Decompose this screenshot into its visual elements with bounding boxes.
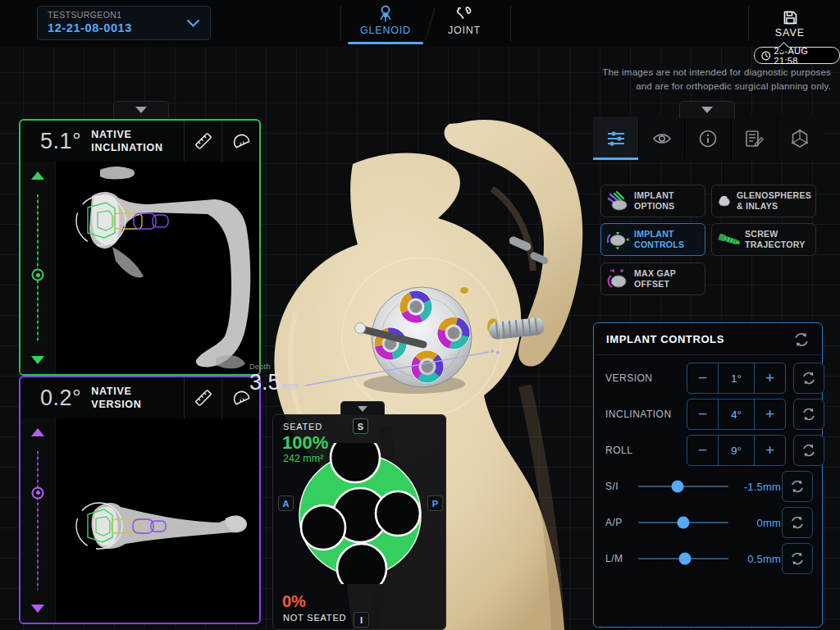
row-label: A/P — [605, 517, 638, 528]
roll-increase-button[interactable]: + — [755, 436, 785, 465]
collapse-left-panels-button[interactable] — [113, 101, 169, 118]
inclination-reset-button[interactable] — [793, 399, 824, 430]
version-ct-view[interactable] — [21, 418, 259, 623]
screw-trajectory-button[interactable]: SCREW TRAJECTORY — [711, 223, 816, 256]
roll-reset-button[interactable] — [793, 435, 824, 466]
ap-slider-row: A/P 0mm — [605, 513, 781, 532]
info-icon — [697, 128, 719, 149]
inclination-ct-image — [55, 162, 259, 376]
inclination-control-row: INCLINATION − 4° + — [605, 399, 812, 430]
topbar-divider — [748, 6, 749, 41]
ap-slider-thumb[interactable] — [678, 517, 690, 529]
version-reset-button[interactable] — [793, 363, 824, 394]
surgeon-name: TESTSURGEON1 — [48, 10, 186, 21]
implant-controls-panel: IMPLANT CONTROLS VERSION − 1° + INCLINAT… — [593, 322, 823, 628]
patient-selector[interactable]: TESTSURGEON1 12-21-08-0013 — [37, 6, 211, 40]
si-slider-thumb[interactable] — [672, 481, 684, 493]
ap-slider-track[interactable] — [638, 522, 728, 523]
button-label: GLENOSPHERES & INLAYS — [737, 190, 811, 212]
implant-options-icon — [605, 189, 630, 213]
row-label: S/I — [605, 481, 638, 492]
tab-info[interactable] — [685, 116, 731, 160]
inclination-label: NATIVE INCLINATION — [91, 128, 162, 155]
slice-slider-thumb[interactable] — [32, 269, 44, 281]
save-label: SAVE — [775, 27, 805, 39]
version-ct-image — [55, 418, 259, 624]
roll-decrease-button[interactable]: − — [687, 436, 718, 465]
screw-trajectory-icon — [716, 227, 741, 252]
si-reset-button[interactable] — [782, 471, 813, 502]
joint-bones-icon — [454, 5, 474, 23]
si-slider-track[interactable] — [638, 486, 728, 487]
lm-slider-row: L/M 0.5mm — [605, 549, 781, 568]
version-increase-button[interactable]: + — [755, 363, 785, 393]
si-slider-row: S/I -1.5mm — [605, 477, 781, 496]
version-decrease-button[interactable]: − — [687, 363, 718, 393]
tab-joint[interactable]: JOINT — [433, 0, 495, 47]
measure-angle-button[interactable] — [221, 121, 259, 162]
native-version-panel: 0.2° NATIVE VERSION — [19, 376, 261, 624]
max-gap-offset-icon — [605, 267, 630, 291]
inclination-slice-slider — [21, 162, 56, 374]
si-value: -1.5mm — [728, 481, 781, 493]
lm-slider-thumb[interactable] — [679, 553, 692, 565]
clock-icon — [761, 51, 771, 61]
lm-slider-track[interactable] — [638, 558, 728, 559]
tab-glenoid[interactable]: GLENOID — [345, 0, 427, 47]
glenospheres-inlays-button[interactable]: GLENOSPHERES & INLAYS — [711, 185, 816, 217]
roll-control-row: ROLL − 9° + — [605, 435, 812, 466]
collapse-right-panel-button[interactable] — [679, 101, 735, 118]
seating-status-panel: SEATED 100% 242 mm² 0% NOT SEATED S A P … — [272, 414, 446, 630]
inclination-ct-view[interactable] — [21, 162, 259, 374]
not-seated-caption: NOT SEATED — [283, 613, 346, 623]
inclination-increase-button[interactable]: + — [755, 399, 785, 429]
version-label: NATIVE VERSION — [91, 385, 141, 412]
depth-unit: mm — [282, 381, 299, 392]
row-label: L/M — [605, 553, 638, 564]
implant-controls-button[interactable]: IMPLANT CONTROLS — [600, 223, 705, 256]
slice-up-button[interactable] — [31, 171, 44, 180]
inclination-decrease-button[interactable]: − — [687, 399, 718, 429]
inclination-header: 5.1° NATIVE INCLINATION — [21, 121, 259, 162]
collapse-seated-panel-button[interactable] — [340, 401, 385, 415]
top-bar: TESTSURGEON1 12-21-08-0013 GLENOID — [0, 0, 840, 47]
row-label: INCLINATION — [605, 409, 672, 420]
slice-track[interactable] — [37, 194, 39, 341]
version-value: 0.2° — [40, 386, 81, 411]
lm-reset-button[interactable] — [782, 543, 813, 574]
max-gap-offset-button[interactable]: MAX GAP OFFSET — [600, 262, 705, 295]
version-stepper: − 1° + — [687, 363, 786, 394]
panel-title: IMPLANT CONTROLS — [606, 333, 724, 345]
tab-notes[interactable] — [732, 116, 778, 160]
ap-reset-button[interactable] — [782, 507, 813, 538]
slice-slider-thumb[interactable] — [32, 486, 44, 499]
measure-ruler-button[interactable] — [184, 121, 221, 162]
tab-3d-orientation[interactable] — [778, 116, 823, 160]
tab-implant-adjustments[interactable] — [593, 116, 639, 160]
glenosphere-icon — [716, 189, 733, 213]
note-edit-icon — [743, 128, 765, 149]
tab-visibility[interactable] — [639, 116, 685, 160]
measure-ruler-button[interactable] — [184, 377, 221, 418]
save-button[interactable]: SAVE — [760, 3, 820, 44]
reset-all-button[interactable] — [791, 329, 812, 350]
surgical-planning-app: Depth 3.5mm TESTSURGEON1 12-21-08-0013 — [0, 0, 840, 630]
depth-measurement-label: Depth 3.5mm — [249, 363, 299, 394]
glenoid-implant-icon — [377, 5, 394, 23]
cube-3d-icon — [789, 128, 810, 149]
slice-track[interactable] — [37, 451, 39, 590]
slice-down-button[interactable] — [31, 356, 44, 364]
slice-up-button[interactable] — [31, 428, 44, 436]
implant-options-button[interactable]: IMPLANT OPTIONS — [600, 185, 705, 217]
slice-down-button[interactable] — [31, 605, 44, 613]
orientation-superior: S — [353, 418, 368, 434]
row-label: VERSION — [605, 372, 653, 384]
depth-value: 3.5 — [249, 370, 281, 395]
orientation-posterior: P — [427, 495, 443, 511]
button-label: IMPLANT CONTROLS — [634, 229, 684, 250]
version-header: 0.2° NATIVE VERSION — [21, 377, 259, 418]
not-seated-percent: 0% — [282, 592, 306, 611]
version-slice-slider — [21, 418, 56, 623]
roll-stepper-value: 9° — [718, 436, 755, 465]
lm-value: 0.5mm — [728, 553, 781, 565]
